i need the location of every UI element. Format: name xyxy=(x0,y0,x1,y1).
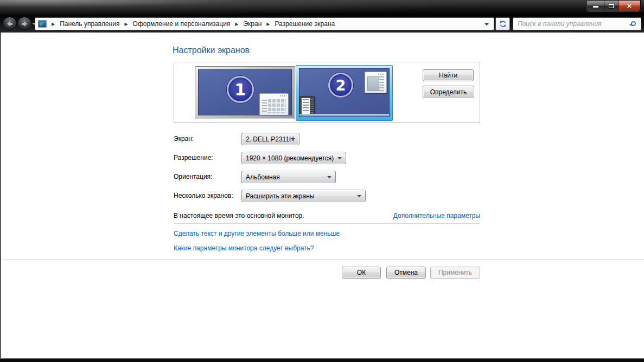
taskbar-strip xyxy=(299,114,389,117)
refresh-icon xyxy=(499,20,507,28)
breadcrumb-item-control-panel[interactable]: Панель управления xyxy=(58,20,122,28)
forward-button[interactable] xyxy=(17,17,31,31)
apply-button[interactable]: Применить xyxy=(430,267,480,279)
monitor-2-selected[interactable]: 2 xyxy=(296,65,393,121)
chevron-down-icon xyxy=(337,157,342,159)
breadcrumb-bar[interactable]: ▶ Панель управления ▶ Оформление и персо… xyxy=(35,17,494,30)
window-controls: × xyxy=(586,0,641,11)
window-bottom-edge xyxy=(0,358,644,362)
window-thumbnail xyxy=(259,93,289,115)
find-button[interactable]: Найти xyxy=(423,69,474,81)
multiple-displays-label: Несколько экранов: xyxy=(174,192,233,199)
display-value: 2. DELL P2311H xyxy=(246,135,294,143)
control-panel-window: × ▶ Панель управления ▶ Оформление и пер… xyxy=(0,0,644,362)
maximize-icon xyxy=(609,4,614,8)
breadcrumb-separator-icon: ▶ xyxy=(232,22,241,27)
minimize-button[interactable] xyxy=(586,0,604,11)
monitor-1[interactable]: 1 xyxy=(195,66,295,119)
screen-resolution-icon xyxy=(38,20,47,28)
page-title: Настройки экранов xyxy=(173,46,250,55)
advanced-settings-link[interactable]: Дополнительные параметры xyxy=(393,212,480,219)
maximize-button[interactable] xyxy=(604,0,619,11)
text-size-link[interactable]: Сделать текст и другие элементы больше и… xyxy=(174,230,340,237)
breadcrumb-separator-icon: ▶ xyxy=(49,22,58,27)
chevron-down-icon xyxy=(357,195,361,197)
multiple-displays-select[interactable]: Расширить эти экраны xyxy=(241,190,366,202)
orientation-label: Ориентация: xyxy=(174,173,212,180)
breadcrumb-separator-icon: ▶ xyxy=(122,22,130,27)
search-input[interactable] xyxy=(518,20,627,28)
monitor-2-number: 2 xyxy=(328,73,353,98)
separator xyxy=(174,223,480,224)
multiple-displays-value: Расширить эти экраны xyxy=(246,192,314,200)
footer-separator xyxy=(2,259,644,260)
search-icon[interactable] xyxy=(631,21,636,26)
close-button[interactable]: × xyxy=(619,0,641,11)
content-area: Настройки экранов 1 xyxy=(0,33,644,358)
orientation-value: Альбомная xyxy=(246,173,280,181)
window-thumbnail xyxy=(299,96,315,115)
identify-button[interactable]: Определить xyxy=(423,86,474,98)
breadcrumb-item-screen-resolution[interactable]: Разрешение экрана xyxy=(273,20,337,28)
search-box xyxy=(513,17,641,30)
window-thumbnail xyxy=(365,72,387,93)
main-display-status: В настоящее время это основной монитор. xyxy=(174,212,304,219)
back-arrow-icon xyxy=(7,21,12,27)
display-label: Экран: xyxy=(174,135,194,143)
forward-arrow-icon xyxy=(22,21,27,27)
back-button[interactable] xyxy=(3,17,17,31)
chevron-down-icon xyxy=(327,176,331,178)
resolution-select[interactable]: 1920 × 1080 (рекомендуется) xyxy=(241,152,346,164)
display-select[interactable]: 2. DELL P2311H xyxy=(241,133,299,145)
monitor-1-number: 1 xyxy=(227,76,254,103)
start-orb-icon xyxy=(301,114,302,116)
resolution-label: Разрешение: xyxy=(174,154,213,161)
close-icon: × xyxy=(627,2,632,10)
resolution-value: 1920 × 1080 (рекомендуется) xyxy=(246,154,334,162)
breadcrumb-item-appearance[interactable]: Оформление и персонализация xyxy=(131,20,233,28)
cancel-button[interactable]: Отмена xyxy=(386,267,426,279)
navigation-bar: ▶ Панель управления ▶ Оформление и персо… xyxy=(0,15,644,33)
refresh-button[interactable] xyxy=(495,17,510,30)
ok-button[interactable]: ОК xyxy=(342,267,381,279)
display-help-link[interactable]: Какие параметры монитора следует выбрать… xyxy=(174,244,314,252)
orientation-select[interactable]: Альбомная xyxy=(241,171,336,183)
title-bar[interactable]: × xyxy=(0,0,644,15)
chevron-down-icon xyxy=(291,138,295,140)
address-dropdown-icon[interactable] xyxy=(484,23,489,25)
breadcrumb-separator-icon: ▶ xyxy=(264,22,272,27)
minimize-icon xyxy=(593,6,598,8)
breadcrumb-item-display[interactable]: Экран xyxy=(241,20,264,28)
monitor-preview-panel: 1 2 Найти Определить xyxy=(174,62,480,123)
